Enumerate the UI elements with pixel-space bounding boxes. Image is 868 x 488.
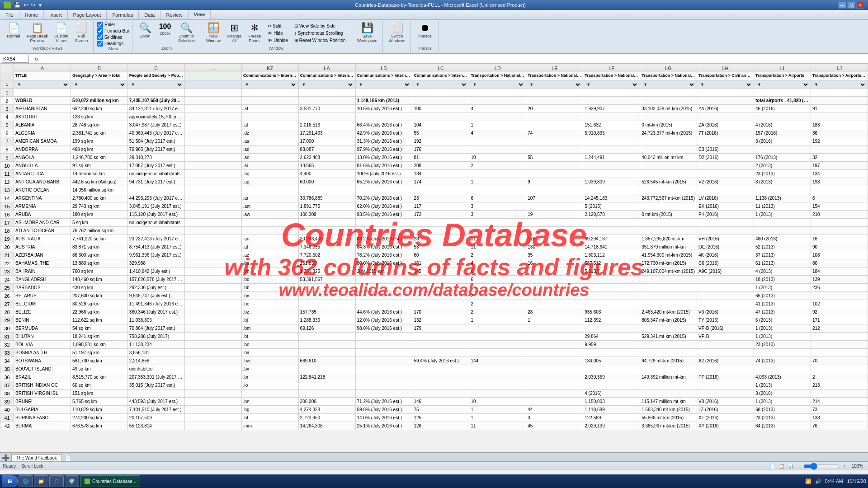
cell[interactable]	[811, 89, 868, 97]
table-row[interactable]: 13ARCTIC OCEAN14,056 million sq km	[0, 186, 868, 194]
cell[interactable]: 91 sq km	[71, 162, 127, 170]
cell[interactable]	[184, 316, 241, 324]
cell[interactable]: 12.0% (July 2016 est.)	[355, 316, 412, 324]
cell[interactable]: .bd	[241, 276, 298, 284]
cell[interactable]	[184, 170, 241, 178]
cell[interactable]: A9C (2016)	[697, 267, 754, 276]
cell[interactable]: AFGHANISTAN	[14, 105, 71, 113]
cell[interactable]: .bv	[241, 365, 298, 373]
cell[interactable]: ARCTIC OCEAN	[14, 186, 71, 194]
cell[interactable]	[184, 178, 241, 186]
cell[interactable]: 88.2% (July 2016 est.)	[355, 235, 412, 243]
spreadsheet[interactable]: A B C ... KZ LA LB LC LD LE LF LG LH LI …	[0, 64, 868, 452]
cell[interactable]: 32	[811, 154, 868, 162]
col-le[interactable]: LE	[526, 64, 583, 72]
cell[interactable]	[583, 227, 640, 235]
cell[interactable]: 112,392	[583, 316, 640, 324]
cell[interactable]: 23,232,413 (July 2017 est.)	[127, 235, 184, 243]
col-lc[interactable]: LC	[412, 64, 469, 72]
cell[interactable]	[469, 227, 526, 235]
cell[interactable]	[754, 89, 811, 97]
cell[interactable]: .aw	[241, 211, 298, 219]
cell[interactable]	[640, 170, 697, 178]
cell[interactable]	[754, 145, 811, 154]
cell[interactable]: XY (2016)	[697, 422, 754, 430]
cell[interactable]	[298, 381, 355, 389]
cell[interactable]: 122,841,218	[298, 373, 355, 381]
cell[interactable]: BOSNIA AND H	[14, 349, 71, 357]
cell[interactable]: 5,313,7..	[583, 267, 640, 276]
custom-views-button[interactable]: 📄 CustomViews	[52, 22, 71, 44]
cell[interactable]	[355, 389, 412, 398]
cell[interactable]	[241, 113, 298, 121]
macros-button[interactable]: ⏺ Macros	[416, 22, 434, 40]
cell[interactable]: 157,735	[298, 308, 355, 316]
cell[interactable]: V8 (2016)	[697, 398, 754, 406]
cell[interactable]: 468 sq km	[71, 145, 127, 154]
cell[interactable]	[526, 162, 583, 170]
cell[interactable]: 86,600 sq km	[71, 251, 127, 259]
cell[interactable]: 176 (2013)	[754, 154, 811, 162]
table-row[interactable]: 8ANDORRA468 sq km76,965 (July 2017 est.)…	[0, 145, 868, 154]
cell[interactable]: 4	[469, 259, 526, 267]
cell[interactable]: 36	[811, 129, 868, 137]
cell[interactable]: 1,246,700 sq km	[71, 154, 127, 162]
filter-select-lj[interactable]: ▼	[812, 82, 866, 87]
cell[interactable]: V3 (2016)	[697, 308, 754, 316]
cell[interactable]: 1 (2013)	[754, 333, 811, 341]
tab-file[interactable]: File	[0, 10, 19, 19]
cell[interactable]: 14,264,308	[298, 422, 355, 430]
cell[interactable]	[811, 389, 868, 398]
cell[interactable]	[184, 186, 241, 194]
cell[interactable]: 44,293,293 (July 2017 est.)	[127, 194, 184, 202]
cell[interactable]: 207,353,391 (July 2017 est.)	[127, 373, 184, 381]
cell[interactable]: BELARUS	[14, 292, 71, 300]
cell[interactable]	[184, 365, 241, 373]
cell[interactable]	[469, 137, 526, 145]
filter-select-lb[interactable]: ▼	[357, 82, 411, 87]
cell[interactable]	[14, 89, 71, 97]
cell[interactable]: 2,780,400 sq km	[71, 194, 127, 202]
cell[interactable]: 172,730 mt-km (2015)	[640, 259, 697, 267]
cell[interactable]: 3	[526, 414, 583, 422]
cell[interactable]	[754, 219, 811, 227]
taskbar-network-icon[interactable]: 📶	[805, 479, 811, 484]
cell[interactable]: .ai	[241, 162, 298, 170]
cell[interactable]: VP-B	[697, 333, 754, 341]
cell[interactable]: 7,720,502	[298, 251, 355, 259]
cell[interactable]: 1	[469, 414, 526, 422]
table-row[interactable]: 34BOTSWANA581,730 sq km2,214,858.bw669,6…	[0, 357, 868, 365]
cell[interactable]: 6	[469, 267, 526, 276]
table-row[interactable]: 37BRITISH INDIAN OC60 sq km35,015 (July …	[0, 381, 868, 389]
cell[interactable]: 1,410,942 (July est.)	[127, 267, 184, 276]
cell[interactable]: 1 (2013)	[754, 381, 811, 389]
cell[interactable]	[697, 162, 754, 170]
cell[interactable]: 16	[526, 259, 583, 267]
cell[interactable]: ARUBA	[14, 211, 71, 219]
cell[interactable]: BURMA	[14, 422, 71, 430]
cell[interactable]	[298, 113, 355, 121]
filter-kz[interactable]: ▼	[241, 80, 298, 89]
cell[interactable]: 55	[526, 154, 583, 162]
cell[interactable]: 60 sq km	[71, 381, 127, 389]
cell[interactable]	[412, 365, 469, 373]
cell[interactable]: 1	[469, 121, 526, 129]
cell[interactable]	[184, 105, 241, 113]
cell[interactable]: 760 sq km	[71, 267, 127, 276]
cell[interactable]	[184, 211, 241, 219]
cell[interactable]: 4,274,328	[298, 406, 355, 414]
cell[interactable]	[640, 276, 697, 284]
zoom-selection-button[interactable]: 🔍 Zoom toSelection	[176, 22, 197, 44]
table-row[interactable]: 26BELARUS207,600 sq km9,549,747 (July es…	[0, 292, 868, 300]
cell[interactable]	[640, 381, 697, 389]
cell[interactable]	[754, 113, 811, 121]
cell[interactable]: .as	[241, 137, 298, 145]
cell[interactable]: VH (2016)	[697, 235, 754, 243]
cell[interactable]: 144	[469, 357, 526, 365]
filter-select-c[interactable]: ▼	[129, 82, 183, 87]
cell[interactable]: 134	[811, 170, 868, 178]
cell[interactable]: 22,966 sq km	[71, 308, 127, 316]
cell[interactable]: 134,005	[583, 357, 640, 365]
cell[interactable]: .am	[241, 202, 298, 211]
filter-select-b[interactable]: ▼	[72, 82, 126, 87]
